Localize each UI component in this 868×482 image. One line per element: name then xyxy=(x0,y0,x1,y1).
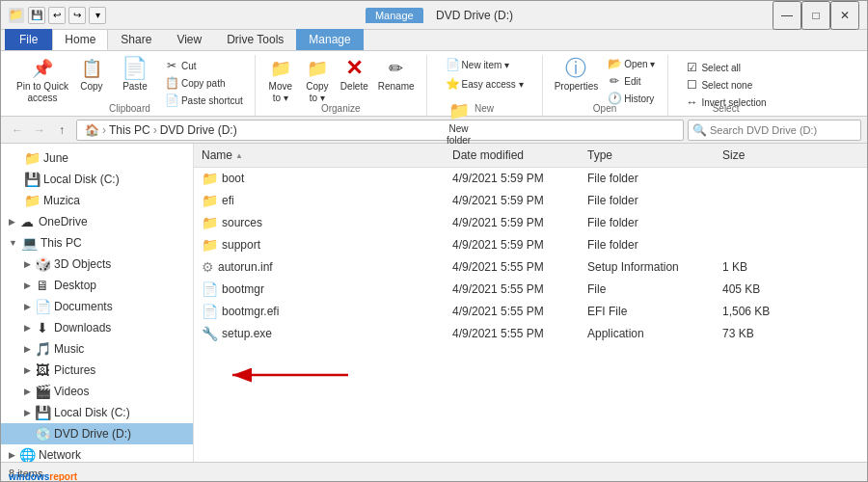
sidebar-item-dvd[interactable]: ▶ 💿 DVD Drive (D:) xyxy=(1,423,193,444)
sidebar-item-localc2[interactable]: ▶ 💾 Local Disk (C:) xyxy=(1,402,193,423)
close-button[interactable]: ✕ xyxy=(830,1,859,30)
selectall-button[interactable]: ☑ Select all xyxy=(681,59,770,76)
table-row[interactable]: 🔧 setup.exe 4/9/2021 5:55 PM Application… xyxy=(194,323,867,345)
sidebar-item-documents[interactable]: ▶ 📄 Documents xyxy=(1,296,193,317)
table-row[interactable]: 📄 bootmgr 4/9/2021 5:55 PM File 405 KB xyxy=(194,279,867,301)
quick-access-btns: 💾 ↩ ↪ ▾ xyxy=(28,7,106,24)
maximize-button[interactable]: □ xyxy=(801,1,830,30)
sidebar-label-localc: Local Disk (C:) xyxy=(43,173,120,186)
ribbon-btns-clipboard: 📌 Pin to Quickaccess 📋 Copy 📄 Paste ✂ Cu… xyxy=(13,55,247,136)
easyaccess-icon: ⭐ xyxy=(446,77,459,91)
newitem-button[interactable]: 📄 New item ▾ xyxy=(442,55,513,74)
sidebar-label-thispc: This PC xyxy=(41,236,82,250)
sidebar-item-onedrive[interactable]: ▶ ☁ OneDrive xyxy=(1,211,193,232)
new-label: New xyxy=(427,103,542,114)
table-row[interactable]: 📁 efi 4/9/2021 5:59 PM File folder xyxy=(194,190,867,212)
watermark: windowsreport xyxy=(9,471,77,482)
edit-button[interactable]: ✏ Edit xyxy=(604,72,659,90)
sidebar-item-june[interactable]: 📁 June xyxy=(1,147,193,169)
title-bar: 📁 💾 ↩ ↪ ▾ Manage DVD Drive (D:) — □ ✕ xyxy=(1,1,867,30)
minimize-button[interactable]: — xyxy=(773,1,801,30)
sidebar-label-downloads: Downloads xyxy=(54,321,111,335)
undo-btn[interactable]: ↩ xyxy=(48,7,66,24)
network-arrow: ▶ xyxy=(9,450,15,460)
pin-button[interactable]: 📌 Pin to Quickaccess xyxy=(13,55,72,106)
videos-icon: 🎬 xyxy=(35,384,50,399)
music-arrow: ▶ xyxy=(24,344,31,354)
open-label: Open xyxy=(543,103,667,114)
select-label: Select xyxy=(668,103,784,114)
manage-label: Manage xyxy=(366,8,423,23)
col-header-date[interactable]: Date modified xyxy=(445,147,580,164)
tab-home[interactable]: Home xyxy=(52,29,108,50)
sidebar-item-thispc[interactable]: ▼ 💻 This PC xyxy=(1,232,193,254)
search-input[interactable] xyxy=(710,124,856,136)
sidebar-item-desktop[interactable]: ▶ 🖥 Desktop xyxy=(1,275,193,296)
sidebar-label-muzica: Muzica xyxy=(43,194,80,207)
window-controls: — □ ✕ xyxy=(773,1,859,30)
moveto-button[interactable]: 📁 Moveto ▾ xyxy=(263,55,298,106)
selectnone-icon: ☐ xyxy=(685,78,698,92)
tab-file[interactable]: File xyxy=(5,29,52,50)
sidebar-label-onedrive: OneDrive xyxy=(39,215,88,228)
thispc-arrow: ▼ xyxy=(9,238,17,248)
sidebar-item-network[interactable]: ▶ 🌐 Network xyxy=(1,444,193,462)
col-header-type[interactable]: Type xyxy=(580,147,715,164)
downloads-arrow: ▶ xyxy=(24,323,31,333)
col-header-name[interactable]: Name ▲ xyxy=(194,147,445,164)
file-icon: 📄 xyxy=(202,281,218,297)
exe-icon: 🔧 xyxy=(202,326,218,341)
tab-drivetools[interactable]: Drive Tools xyxy=(214,29,296,50)
tab-share[interactable]: Share xyxy=(108,29,164,50)
3dobjects-arrow: ▶ xyxy=(24,259,31,269)
ribbon-group-clipboard: 📌 Pin to Quickaccess 📋 Copy 📄 Paste ✂ Cu… xyxy=(5,55,256,116)
sidebar-item-videos[interactable]: ▶ 🎬 Videos xyxy=(1,381,193,402)
selectall-icon: ☑ xyxy=(685,61,698,74)
table-row[interactable]: 📁 support 4/9/2021 5:59 PM File folder xyxy=(194,234,867,256)
redo-btn[interactable]: ↪ xyxy=(68,7,86,24)
col-header-size[interactable]: Size xyxy=(715,147,792,164)
folder-icon: 📁 xyxy=(202,193,218,208)
table-row[interactable]: ⚙ autorun.inf 4/9/2021 5:55 PM Setup Inf… xyxy=(194,256,867,279)
ribbon-group-select: ☑ Select all ☐ Select none ↔ Invert sele… xyxy=(668,55,784,116)
open-button[interactable]: 📂 Open ▾ xyxy=(604,55,659,72)
dropdown-btn[interactable]: ▾ xyxy=(89,7,106,24)
table-row[interactable]: 📁 boot 4/9/2021 5:59 PM File folder xyxy=(194,168,867,190)
sidebar-item-downloads[interactable]: ▶ ⬇ Downloads xyxy=(1,317,193,338)
copyto-button[interactable]: 📁 Copyto ▾ xyxy=(300,55,335,106)
paste-button[interactable]: 📄 Paste xyxy=(111,55,159,94)
sidebar-item-3dobjects[interactable]: ▶ 🎲 3D Objects xyxy=(1,254,193,275)
sidebar-item-music[interactable]: ▶ 🎵 Music xyxy=(1,338,193,360)
sidebar-label-pictures: Pictures xyxy=(54,363,95,377)
copy-path-button[interactable]: 📋 Copy path xyxy=(161,74,247,92)
table-row[interactable]: 📄 bootmgr.efi 4/9/2021 5:55 PM EFI File … xyxy=(194,301,867,323)
localc2-icon: 💾 xyxy=(35,405,50,420)
title-text: Manage DVD Drive (D:) xyxy=(106,9,773,22)
selectnone-button[interactable]: ☐ Select none xyxy=(681,76,770,94)
tab-manage[interactable]: Manage xyxy=(296,29,363,50)
3dobjects-icon: 🎲 xyxy=(35,256,50,272)
table-row[interactable]: 📁 sources 4/9/2021 5:59 PM File folder xyxy=(194,212,867,234)
sidebar-item-muzica[interactable]: 📁 Muzica xyxy=(1,190,193,211)
localc-icon: 💾 xyxy=(24,172,40,187)
ribbon: 📌 Pin to Quickaccess 📋 Copy 📄 Paste ✂ Cu… xyxy=(1,51,867,117)
cut-icon: ✂ xyxy=(165,59,178,72)
sidebar-item-pictures[interactable]: ▶ 🖼 Pictures xyxy=(1,360,193,381)
setup-info-icon: ⚙ xyxy=(202,259,214,275)
delete-button[interactable]: ✕ Delete xyxy=(337,55,372,94)
properties-button[interactable]: ⓘ Properties xyxy=(551,55,603,94)
tab-view[interactable]: View xyxy=(164,29,214,50)
documents-icon: 📄 xyxy=(35,299,50,314)
search-icon: 🔍 xyxy=(692,123,707,137)
sidebar-item-localc[interactable]: 💾 Local Disk (C:) xyxy=(1,169,193,190)
copy-button[interactable]: 📋 Copy xyxy=(74,55,109,94)
easyaccess-button[interactable]: ⭐ Easy access ▾ xyxy=(442,74,528,94)
rename-button[interactable]: ✏ Rename xyxy=(374,55,419,94)
cut-button[interactable]: ✂ Cut xyxy=(161,57,247,74)
sidebar: 📁 June 💾 Local Disk (C:) 📁 Muzica ▶ ☁ On… xyxy=(1,144,194,462)
folder-icon: 📁 xyxy=(202,215,218,230)
network-icon: 🌐 xyxy=(19,447,35,462)
save-btn[interactable]: 💾 xyxy=(28,7,45,24)
ribbon-group-organize: 📁 Moveto ▾ 📁 Copyto ▾ ✕ Delete ✏ Rename … xyxy=(256,55,427,116)
june-icon: 📁 xyxy=(24,150,40,166)
